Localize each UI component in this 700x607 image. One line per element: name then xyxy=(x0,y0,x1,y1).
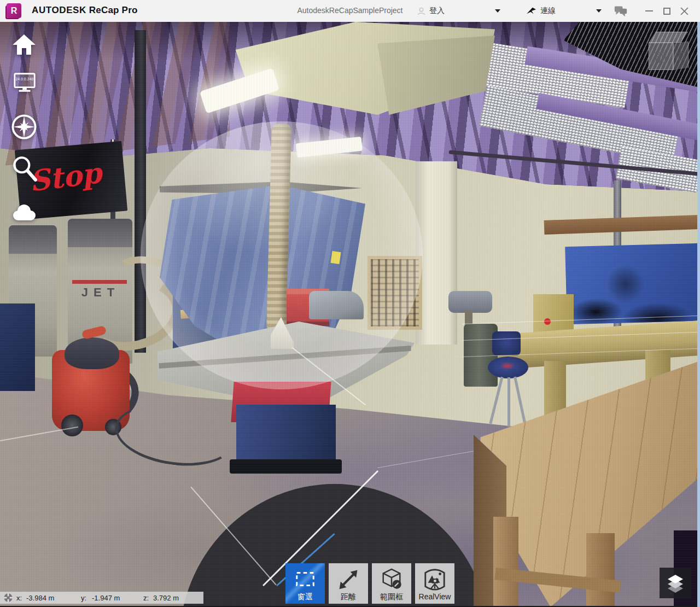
viewcube-front-label: 前 xyxy=(654,47,668,66)
bounding-box-icon xyxy=(379,567,404,592)
project-name: AutodeskReCapSampleProject xyxy=(0,6,700,15)
realview-icon xyxy=(422,567,447,592)
chevron-down-icon xyxy=(596,9,602,13)
viewcube-right-label: 右 xyxy=(676,49,686,63)
origin-icon xyxy=(3,593,13,603)
z-label: z: xyxy=(143,594,149,602)
workbench-leg xyxy=(586,533,615,607)
connect-label: 連線 xyxy=(540,6,556,16)
chevron-down-icon xyxy=(495,9,500,13)
coordinate-status-bar: x: -3.984 m y: -1.947 m z: 3.792 m xyxy=(0,592,203,604)
minimize-icon xyxy=(645,10,653,11)
wood-shelf xyxy=(544,215,699,235)
stool-backrest xyxy=(492,331,521,355)
sign-in-dropdown[interactable] xyxy=(495,0,500,22)
feedback-button[interactable] xyxy=(612,0,629,22)
layers-icon xyxy=(664,572,686,594)
distance-button[interactable]: 距離 xyxy=(329,563,368,604)
selection-toolbar: 窗選 距離 範圍框 xyxy=(285,563,454,604)
table-saw-base xyxy=(230,459,342,474)
stool-leg xyxy=(514,376,526,423)
user-icon xyxy=(417,7,426,16)
sign-in-button[interactable]: 登入 xyxy=(417,0,445,22)
close-icon xyxy=(680,7,689,15)
zoom-button[interactable] xyxy=(11,154,38,185)
vacuum-motor-head xyxy=(65,337,119,369)
x-value: -3.984 m xyxy=(26,594,54,602)
cloud-button[interactable] xyxy=(10,200,38,225)
window-select-button[interactable]: 窗選 xyxy=(285,563,325,604)
viewcube-front-face[interactable]: 前 xyxy=(649,43,673,70)
vacuum-wheel xyxy=(61,415,83,436)
y-value: -1.947 m xyxy=(92,594,120,602)
compass-icon xyxy=(10,113,38,141)
stool-seat xyxy=(488,357,528,378)
sign-in-label: 登入 xyxy=(429,6,445,16)
x-label: x: xyxy=(16,594,22,602)
stop-banner-text: Stop xyxy=(27,156,103,198)
button-label: RealView xyxy=(419,592,451,602)
cloud-icon xyxy=(10,200,38,223)
bench-grinder xyxy=(448,291,492,313)
stool-leg xyxy=(508,377,510,427)
version-badge: 24.0.0.240 xyxy=(12,77,37,81)
marquee-select-icon xyxy=(293,567,318,592)
close-button[interactable] xyxy=(676,0,692,22)
realview-button[interactable]: RealView xyxy=(415,563,454,604)
range-box-button[interactable]: 範圍框 xyxy=(372,563,411,604)
scan-location-sphere[interactable] xyxy=(141,121,423,389)
distance-icon xyxy=(336,567,360,592)
y-label: y: xyxy=(81,594,86,602)
blue-wall-panel xyxy=(565,243,699,324)
machine xyxy=(0,304,35,391)
z-value: 3.792 m xyxy=(153,594,179,602)
minimize-button[interactable] xyxy=(641,0,657,22)
chat-bubbles-icon xyxy=(614,4,628,17)
recap-window: Stop JET xyxy=(0,0,700,607)
connect-dropdown[interactable] xyxy=(596,0,602,22)
button-label: 範圍框 xyxy=(380,592,403,602)
home-icon xyxy=(11,32,37,58)
workbench-leg xyxy=(493,517,518,607)
monitor-icon xyxy=(12,70,37,95)
button-label: 距離 xyxy=(341,592,356,602)
maximize-button[interactable] xyxy=(658,0,675,22)
navigation-button[interactable] xyxy=(10,113,38,143)
search-icon xyxy=(11,154,38,183)
title-bar: R AUTODESK ReCap Pro AutodeskReCapSample… xyxy=(0,0,700,22)
layers-button[interactable] xyxy=(660,568,691,598)
display-version-button[interactable]: 24.0.0.240 xyxy=(12,70,37,97)
button-label: 窗選 xyxy=(298,592,313,602)
home-button[interactable] xyxy=(11,32,37,60)
connect-icon xyxy=(526,7,537,15)
maximize-icon xyxy=(663,8,670,15)
window-border xyxy=(697,22,700,607)
connect-button[interactable]: 連線 xyxy=(526,0,556,22)
viewcube-right-face[interactable]: 右 xyxy=(673,42,689,70)
point-cloud-viewport[interactable]: Stop JET xyxy=(0,22,700,607)
